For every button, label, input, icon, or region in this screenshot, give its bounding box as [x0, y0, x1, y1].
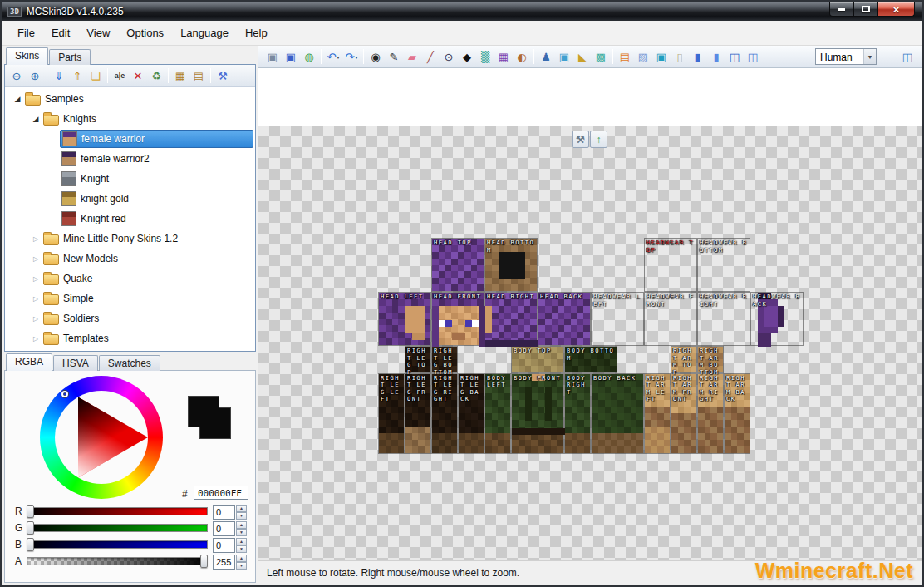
view-image-button[interactable]: ▨ — [634, 47, 652, 66]
tree-item-templates[interactable]: ▷Templates — [5, 328, 255, 348]
spin-up-icon[interactable]: ▲ — [236, 505, 247, 512]
view-panel-b-button[interactable]: ▮ — [689, 47, 707, 66]
spin-value-a[interactable]: 255 — [213, 555, 235, 570]
skin-part-body-left[interactable]: BODY LEFT — [484, 373, 511, 455]
skin-part-right-leg-right[interactable]: RIGHT LEG RIGHT — [431, 373, 458, 455]
slider-track-b[interactable] — [27, 540, 208, 549]
spin-down-icon[interactable]: ▼ — [236, 545, 247, 553]
dodge-burn-button[interactable]: ◐ — [513, 47, 531, 66]
skin-part-right-arm-top[interactable]: RIGHT ARM TOP — [671, 346, 697, 373]
tree-item-knight-red[interactable]: Knight red — [5, 209, 255, 229]
color-wheel[interactable] — [40, 376, 163, 499]
skin-part-right-arm-back[interactable]: RIGHT ARM BACK — [724, 373, 750, 455]
stamp-button[interactable]: ▦ — [494, 47, 513, 66]
model-selector[interactable]: Human▼ — [815, 48, 877, 65]
slider-handle-b[interactable] — [27, 538, 34, 551]
menu-help[interactable]: Help — [237, 23, 276, 42]
tree-item-simple[interactable]: ▷Simple — [5, 289, 255, 308]
spin-down-icon[interactable]: ▼ — [236, 562, 247, 570]
skins-tree[interactable]: ◢Samples◢Knightsfemale warriorfemale war… — [5, 87, 255, 351]
ruler-button[interactable]: ◣ — [573, 47, 592, 66]
magic-grid-button[interactable]: ▩ — [592, 47, 610, 66]
skin-part-right-leg-front[interactable]: RIGHT LEG FRONT — [405, 373, 431, 455]
view-3d-button[interactable]: ▣ — [652, 47, 671, 66]
skin-part-head-top[interactable]: HEAD TOP — [431, 238, 484, 292]
tree-item-quake[interactable]: ▷Quake — [5, 269, 255, 289]
tools-button[interactable]: ⚒ — [214, 67, 232, 85]
view-panel-c-button[interactable]: ▮ — [707, 47, 725, 66]
skin-part-headwear-right[interactable]: HEADWEAR RIGHT — [697, 292, 750, 346]
skin-part-headwear-bottom[interactable]: HEADWEAR BOTTOM — [697, 238, 750, 292]
expand-arrow-icon[interactable]: ▷ — [30, 315, 42, 323]
skin-part-right-leg-back[interactable]: RIGHT LEG BACK — [458, 373, 484, 455]
skin-part-right-leg-bottom[interactable]: RIGHT LEG BOTTOM — [431, 346, 458, 373]
expand-arrow-icon[interactable]: ▷ — [30, 255, 42, 263]
spin-up-icon[interactable]: ▲ — [236, 555, 247, 562]
spin-value-r[interactable]: 0 — [213, 505, 235, 520]
skin-part-headwear-front[interactable]: HEADWEAR FRONT — [644, 292, 697, 346]
tree-item-knight[interactable]: Knight — [5, 169, 255, 189]
skin-canvas[interactable]: ⚒↑HEAD TOPHEAD BOTTOMHEADWEAR TOPHEADWEA… — [258, 126, 922, 560]
close-button[interactable]: × — [877, 2, 915, 17]
tree-item-female-warrior2[interactable]: female warrior2 — [5, 149, 255, 169]
noise-button[interactable]: ▒ — [476, 47, 494, 66]
expand-arrow-icon[interactable]: ▷ — [30, 275, 42, 283]
skin-part-head-left[interactable]: HEAD LEFT — [378, 292, 431, 346]
recycle-bin-button[interactable]: ♻ — [147, 67, 165, 85]
primary-color-swatch[interactable] — [188, 396, 219, 427]
skin-part-body-right[interactable]: BODY RIGHT — [564, 373, 591, 455]
slider-handle-g[interactable] — [27, 521, 34, 535]
view-panel-a-button[interactable]: ▯ — [671, 47, 689, 66]
spin-value-g[interactable]: 0 — [213, 521, 235, 536]
titlebar[interactable]: 3D MCSkin3D v1.4.0.235 × — [2, 2, 922, 21]
dropper-button[interactable]: ╱ — [421, 47, 440, 66]
skin-part-headwear-top[interactable]: HEADWEAR TOP — [644, 238, 697, 292]
list-view-button[interactable]: ▤ — [189, 67, 208, 85]
skin-part-body-front[interactable]: BODY FRONT — [511, 373, 564, 455]
skin-part-headwear-back[interactable]: HEADWEAR BACK — [750, 292, 804, 346]
fill-button[interactable]: ◆ — [458, 47, 476, 66]
view-split-button[interactable]: ◫ — [725, 47, 744, 66]
skin-part-right-leg-top[interactable]: RIGHT LEG TOP — [405, 346, 431, 373]
menu-options[interactable]: Options — [118, 23, 172, 42]
camera-view-button[interactable]: ◉ — [366, 47, 385, 66]
expand-arrow-icon[interactable]: ▷ — [30, 295, 42, 303]
redo-button[interactable]: ↷▾ — [342, 47, 361, 66]
save-all-button[interactable]: ▣ — [282, 47, 300, 66]
slider-track-a[interactable] — [27, 557, 208, 565]
skin-part-right-arm-front[interactable]: RIGHT ARM FRONT — [671, 373, 697, 455]
left-tab-parts[interactable]: Parts — [49, 49, 91, 65]
skin-part-head-bottom[interactable]: HEAD BOTTOM — [484, 238, 538, 292]
expand-arrow-icon[interactable]: ▷ — [30, 235, 42, 243]
color-tab-hsva[interactable]: HSVA — [53, 355, 98, 371]
grid-view-button[interactable]: ▦ — [171, 67, 189, 85]
skin-part-head-right[interactable]: HEAD RIGHT — [484, 292, 538, 346]
rename-button[interactable]: a|e — [111, 67, 129, 85]
menu-language[interactable]: Language — [172, 23, 237, 42]
skin-part-right-arm-left[interactable]: RIGHT ARM LEFT — [644, 373, 671, 455]
collapse-arrow-icon[interactable]: ◢ — [12, 95, 23, 103]
expand-arrow-icon[interactable]: ▷ — [30, 335, 42, 343]
zoom-tool-button[interactable]: ⊙ — [440, 47, 458, 66]
tree-item-knight-gold[interactable]: knight gold — [5, 189, 255, 209]
model-part-button[interactable]: ♟ — [537, 47, 555, 66]
slider-track-r[interactable] — [27, 507, 208, 515]
skin-part-head-back[interactable]: HEAD BACK — [538, 292, 591, 346]
left-tab-skins[interactable]: Skins — [6, 47, 48, 65]
zoom-in-button[interactable]: ⊕ — [26, 67, 44, 85]
skin-part-right-arm-bottom[interactable]: RIGHT ARM BOTTOM — [697, 346, 724, 373]
skin-part-body-top[interactable]: BODY TOP — [511, 346, 564, 373]
skin-part-right-arm-right[interactable]: RIGHT ARM RIGHT — [697, 373, 724, 455]
skin-part-headwear-left[interactable]: HEADWEAR LEFT — [591, 292, 644, 346]
edit-tools-button[interactable]: ⚒ — [572, 131, 589, 148]
tree-item-samples[interactable]: ◢Samples — [5, 89, 255, 109]
skin-part-body-back[interactable]: BODY BACK — [591, 373, 644, 455]
zoom-out-button[interactable]: ⊖ — [7, 67, 26, 85]
skin-part-head-front[interactable]: HEAD FRONT — [431, 292, 484, 346]
menu-file[interactable]: File — [9, 23, 43, 42]
collapse-arrow-icon[interactable]: ◢ — [30, 115, 42, 123]
tree-item-female-warrior[interactable]: female warrior — [5, 129, 255, 149]
maximize-button[interactable] — [853, 2, 877, 17]
minimize-button[interactable] — [829, 2, 853, 17]
spin-up-icon[interactable]: ▲ — [236, 521, 247, 529]
